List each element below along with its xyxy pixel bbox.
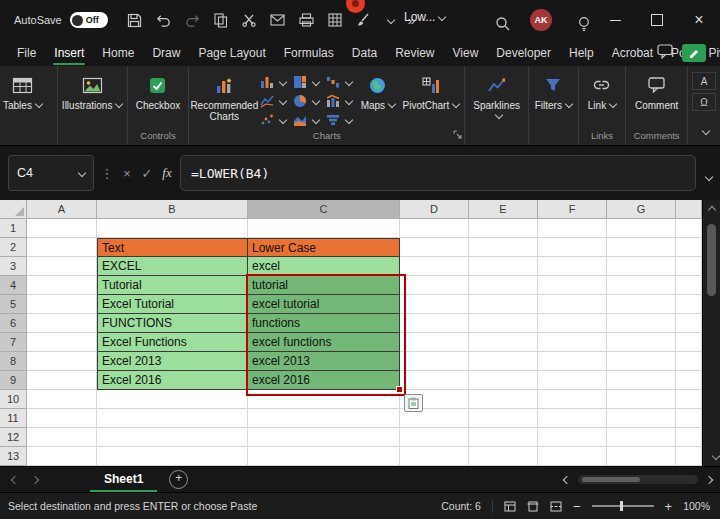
- column-header-F[interactable]: F: [538, 200, 607, 219]
- cell-D5[interactable]: [400, 295, 469, 314]
- sheet-tab-sheet1[interactable]: Sheet1: [90, 467, 157, 492]
- next-sheet-icon[interactable]: [31, 475, 39, 483]
- cell-A12[interactable]: [27, 428, 97, 447]
- column-header-A[interactable]: A: [27, 200, 97, 219]
- cell-G13[interactable]: [607, 447, 676, 466]
- column-header-partial[interactable]: [676, 200, 702, 219]
- row-header-6[interactable]: 6: [0, 314, 27, 333]
- cell-E4[interactable]: [469, 276, 538, 295]
- row-header-13[interactable]: 13: [0, 447, 27, 466]
- cell-B8[interactable]: Excel 2013: [97, 352, 248, 371]
- row-header-7[interactable]: 7: [0, 333, 27, 352]
- cell-E13[interactable]: [469, 447, 538, 466]
- symbols-group-button[interactable]: Ω: [692, 93, 716, 111]
- cell-H5[interactable]: [676, 295, 702, 314]
- row-header-5[interactable]: 5: [0, 295, 27, 314]
- cell-B4[interactable]: Tutorial: [97, 276, 248, 295]
- cell-C10[interactable]: [248, 390, 400, 409]
- cell-E9[interactable]: [469, 371, 538, 390]
- cell-G7[interactable]: [607, 333, 676, 352]
- cell-A8[interactable]: [27, 352, 97, 371]
- cell-F10[interactable]: [538, 390, 607, 409]
- recommended-charts-button[interactable]: Recommended Charts: [192, 71, 256, 122]
- line-chart-button[interactable]: [256, 91, 289, 110]
- cell-B9[interactable]: Excel 2016: [97, 371, 248, 390]
- qat-customize-button[interactable]: [377, 6, 401, 34]
- cell-H13[interactable]: [676, 447, 702, 466]
- cell-B13[interactable]: [97, 447, 248, 466]
- cell-E7[interactable]: [469, 333, 538, 352]
- cell-D2[interactable]: [400, 238, 469, 257]
- formula-bar-resize-handle[interactable]: ⋮: [98, 155, 116, 191]
- cell-C8[interactable]: excel 2013: [248, 352, 400, 371]
- cell-G5[interactable]: [607, 295, 676, 314]
- select-all-button[interactable]: [0, 200, 27, 219]
- cell-F4[interactable]: [538, 276, 607, 295]
- scroll-left-icon[interactable]: [563, 475, 571, 483]
- cell-E11[interactable]: [469, 409, 538, 428]
- charts-dialog-launcher[interactable]: [453, 130, 462, 139]
- email-button[interactable]: [263, 6, 292, 34]
- search-button[interactable]: [488, 10, 518, 38]
- horizontal-scroll-thumb[interactable]: [582, 477, 640, 482]
- hierarchy-chart-button[interactable]: [289, 72, 322, 91]
- tab-insert[interactable]: Insert: [45, 40, 93, 66]
- checkbox-button[interactable]: Checkbox: [136, 71, 180, 111]
- area-chart-button[interactable]: [289, 110, 322, 129]
- cell-C6[interactable]: functions: [248, 314, 400, 333]
- cell-H1[interactable]: [676, 219, 702, 238]
- tab-developer[interactable]: Developer: [487, 40, 560, 66]
- cell-C12[interactable]: [248, 428, 400, 447]
- cell-B6[interactable]: FUNCTIONS: [97, 314, 248, 333]
- cell-B12[interactable]: [97, 428, 248, 447]
- tab-home[interactable]: Home: [93, 40, 143, 66]
- tab-draw[interactable]: Draw: [143, 40, 189, 66]
- column-header-C[interactable]: C: [248, 200, 400, 219]
- cell-D1[interactable]: [400, 219, 469, 238]
- cell-F9[interactable]: [538, 371, 607, 390]
- zoom-in-button[interactable]: +: [665, 499, 673, 514]
- cell-F5[interactable]: [538, 295, 607, 314]
- column-chart-button[interactable]: [256, 72, 289, 91]
- document-title[interactable]: Low...: [404, 10, 445, 24]
- cell-H3[interactable]: [676, 257, 702, 276]
- cell-D3[interactable]: [400, 257, 469, 276]
- cell-G12[interactable]: [607, 428, 676, 447]
- fill-handle[interactable]: [396, 386, 403, 393]
- row-header-4[interactable]: 4: [0, 276, 27, 295]
- row-header-3[interactable]: 3: [0, 257, 27, 276]
- new-sheet-button[interactable]: +: [169, 470, 188, 489]
- text-group-button[interactable]: A: [692, 72, 716, 90]
- cell-D9[interactable]: [400, 371, 469, 390]
- minimize-button[interactable]: [594, 0, 636, 40]
- cell-F7[interactable]: [538, 333, 607, 352]
- tab-data[interactable]: Data: [343, 40, 386, 66]
- cell-C3[interactable]: excel: [248, 257, 400, 276]
- zoom-slider[interactable]: [592, 505, 654, 507]
- enter-icon[interactable]: ✓: [138, 155, 156, 191]
- cell-H10[interactable]: [676, 390, 702, 409]
- editing-mode-button[interactable]: [682, 44, 706, 62]
- cell-A2[interactable]: [27, 238, 97, 257]
- cell-H12[interactable]: [676, 428, 702, 447]
- cell-F11[interactable]: [538, 409, 607, 428]
- cell-G6[interactable]: [607, 314, 676, 333]
- row-header-8[interactable]: 8: [0, 352, 27, 371]
- cell-C1[interactable]: [248, 219, 400, 238]
- row-header-9[interactable]: 9: [0, 371, 27, 390]
- tab-review[interactable]: Review: [386, 40, 443, 66]
- avatar[interactable]: AK: [530, 9, 552, 31]
- cell-A10[interactable]: [27, 390, 97, 409]
- link-button[interactable]: Link: [588, 71, 616, 111]
- cell-F3[interactable]: [538, 257, 607, 276]
- cell-F13[interactable]: [538, 447, 607, 466]
- page-break-view-button[interactable]: [550, 501, 562, 512]
- cell-H7[interactable]: [676, 333, 702, 352]
- scroll-right-icon[interactable]: [705, 475, 713, 483]
- cell-F12[interactable]: [538, 428, 607, 447]
- cell-A11[interactable]: [27, 409, 97, 428]
- cell-C9[interactable]: excel 2016: [248, 371, 400, 390]
- column-header-B[interactable]: B: [97, 200, 248, 219]
- tab-file[interactable]: File: [8, 40, 45, 66]
- maps-button[interactable]: Maps: [355, 71, 400, 111]
